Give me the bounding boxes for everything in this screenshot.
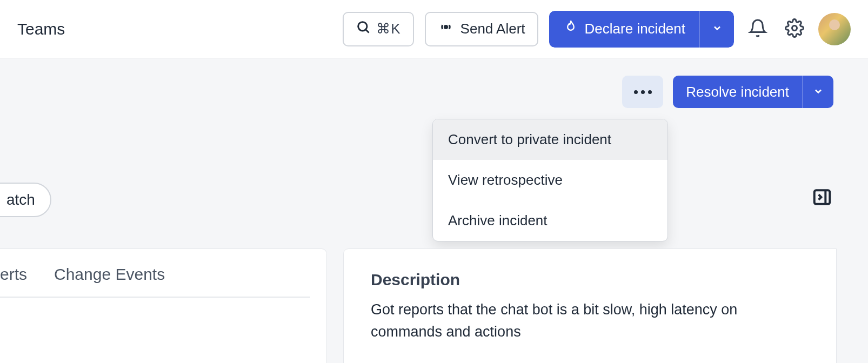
avatar[interactable] [818, 13, 851, 45]
send-alert-button[interactable]: Send Alert [425, 12, 538, 46]
resolve-group: Resolve incident [673, 76, 833, 108]
menu-item-archive-incident[interactable]: Archive incident [433, 200, 667, 241]
more-actions-button[interactable] [622, 76, 663, 108]
chevron-down-icon [712, 23, 723, 35]
expand-panel-button[interactable] [812, 187, 832, 210]
notifications-button[interactable] [745, 16, 771, 42]
svg-point-2 [444, 26, 447, 29]
chevron-down-icon [813, 86, 824, 98]
svg-point-3 [792, 25, 797, 30]
dots-icon [634, 90, 638, 94]
settings-button[interactable] [782, 16, 807, 42]
menu-item-convert-private[interactable]: Convert to private incident [433, 119, 667, 160]
bell-icon [748, 18, 767, 40]
declare-incident-label: Declare incident [585, 21, 685, 37]
gear-icon [785, 18, 804, 40]
description-title: Description [371, 271, 809, 289]
search-icon [356, 19, 371, 38]
tab-alerts[interactable]: erts [0, 265, 27, 284]
panel-right-icon [812, 200, 832, 209]
tabs: erts Change Events [0, 265, 310, 298]
fire-icon [563, 19, 578, 38]
left-panel: erts Change Events [0, 248, 327, 363]
resolve-incident-button[interactable]: Resolve incident [673, 76, 802, 108]
declare-incident-dropdown[interactable] [699, 11, 734, 48]
declare-incident-group: Declare incident [549, 11, 734, 48]
declare-incident-button[interactable]: Declare incident [549, 11, 699, 48]
search-shortcut: ⌘K [376, 21, 400, 37]
page-title: Teams [17, 20, 65, 38]
resolve-incident-dropdown[interactable] [802, 76, 833, 108]
svg-line-1 [366, 30, 369, 32]
broadcast-icon [438, 19, 454, 39]
description-text: Got reports that the chat bot is a bit s… [371, 299, 809, 342]
tab-change-events[interactable]: Change Events [54, 265, 165, 284]
action-row: Resolve incident [17, 76, 851, 108]
search-button[interactable]: ⌘K [343, 12, 413, 46]
send-alert-label: Send Alert [460, 21, 525, 37]
tag-pill[interactable]: atch [0, 183, 51, 217]
bottom-panels: erts Change Events Description Got repor… [0, 248, 868, 363]
svg-point-0 [358, 22, 367, 31]
description-panel: Description Got reports that the chat bo… [343, 248, 837, 363]
topbar: Teams ⌘K Send Alert Decl [0, 0, 868, 58]
more-actions-menu: Convert to private incident View retrosp… [432, 119, 668, 241]
menu-item-view-retrospective[interactable]: View retrospective [433, 160, 667, 200]
content-area: Resolve incident Convert to private inci… [0, 58, 868, 132]
